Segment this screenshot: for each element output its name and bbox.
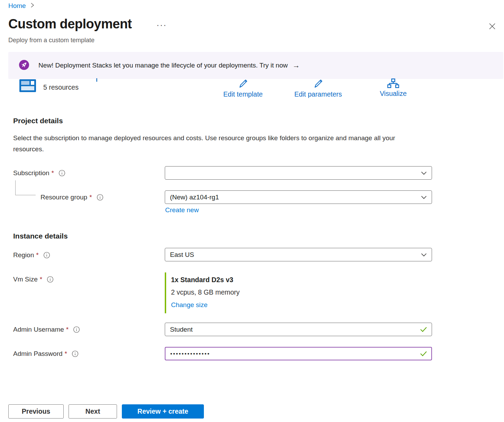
info-icon[interactable] <box>73 326 80 333</box>
close-icon[interactable] <box>487 21 498 32</box>
resource-group-label: Resource group * <box>40 194 104 201</box>
vm-size-spec: 2 vcpus, 8 GB memory <box>171 286 240 298</box>
region-label-text: Region <box>13 251 34 259</box>
edit-template-button[interactable]: Edit template <box>212 78 274 98</box>
resource-group-dropdown[interactable]: (New) az104-rg1 <box>165 190 432 204</box>
subscription-label: Subscription * <box>13 169 65 177</box>
valid-check-icon <box>420 326 427 334</box>
rocket-icon <box>19 60 29 71</box>
change-size-link[interactable]: Change size <box>171 301 208 308</box>
banner-text: New! Deployment Stacks let you manage th… <box>38 62 288 69</box>
chevron-down-icon <box>421 169 427 177</box>
subscription-label-text: Subscription <box>13 169 50 177</box>
breadcrumb: Home <box>8 2 34 10</box>
custom-deployment-blade: Home Custom deployment ··· Deploy from a… <box>0 0 504 422</box>
arrow-right-icon[interactable]: → <box>292 61 300 70</box>
admin-username-label: Admin Username * <box>13 326 80 333</box>
org-chart-icon <box>387 78 399 89</box>
more-options-icon[interactable]: ··· <box>156 20 167 30</box>
required-asterisk: * <box>65 350 67 358</box>
breadcrumb-home-link[interactable]: Home <box>8 2 26 10</box>
next-button[interactable]: Next <box>69 404 117 419</box>
required-asterisk: * <box>40 276 42 283</box>
vm-size-summary: 1x Standard D2s v3 2 vcpus, 8 GB memory … <box>165 272 240 313</box>
admin-username-field-wrap <box>165 323 432 336</box>
required-asterisk: * <box>36 251 38 259</box>
required-asterisk: * <box>66 326 69 333</box>
chevron-down-icon <box>421 194 427 201</box>
instance-details-heading: Instance details <box>13 232 68 240</box>
previous-button[interactable]: Previous <box>8 404 64 419</box>
valid-check-icon <box>420 351 427 358</box>
chevron-right-icon <box>30 2 34 10</box>
subscription-dropdown[interactable] <box>165 166 432 180</box>
pencil-icon <box>237 78 249 89</box>
vm-size-label: Vm Size * <box>13 276 54 283</box>
info-icon[interactable] <box>58 170 65 177</box>
project-details-heading: Project details <box>13 117 63 125</box>
chevron-down-icon <box>421 251 427 259</box>
info-icon[interactable] <box>97 194 104 201</box>
page-subtitle: Deploy from a custom template <box>8 37 94 44</box>
vm-size-label-text: Vm Size <box>13 276 38 283</box>
create-new-link[interactable]: Create new <box>165 206 199 214</box>
vm-size-name: 1x Standard D2s v3 <box>171 273 240 286</box>
region-label: Region * <box>13 251 50 259</box>
edit-template-label: Edit template <box>223 90 263 98</box>
project-details-description: Select the subscription to manage deploy… <box>13 133 413 155</box>
resource-group-label-text: Resource group <box>40 194 87 201</box>
admin-password-field-wrap <box>165 347 432 360</box>
resource-group-value: (New) az104-rg1 <box>170 194 421 201</box>
admin-password-input[interactable] <box>165 347 432 360</box>
clipped-content-artifact <box>96 78 97 82</box>
template-resources-icon <box>19 79 36 93</box>
edit-parameters-button[interactable]: Edit parameters <box>285 78 351 98</box>
admin-username-input[interactable] <box>165 323 432 336</box>
admin-username-label-text: Admin Username <box>13 326 64 333</box>
region-value: East US <box>170 251 421 259</box>
review-create-button[interactable]: Review + create <box>122 404 204 419</box>
field-connector-line <box>15 180 36 195</box>
required-asterisk: * <box>52 169 54 177</box>
page-title: Custom deployment <box>8 17 132 32</box>
required-asterisk: * <box>89 194 92 201</box>
info-icon[interactable] <box>43 252 50 259</box>
deployment-stacks-banner[interactable]: New! Deployment Stacks let you manage th… <box>8 52 503 79</box>
info-icon[interactable] <box>72 350 79 357</box>
admin-password-label-text: Admin Password <box>13 350 63 358</box>
visualize-button[interactable]: Visualize <box>374 78 413 98</box>
edit-parameters-label: Edit parameters <box>294 90 342 98</box>
info-icon[interactable] <box>47 276 54 283</box>
admin-password-label: Admin Password * <box>13 350 79 358</box>
pencil-icon <box>313 78 324 89</box>
resources-count-label: 5 resources <box>43 83 79 91</box>
visualize-label: Visualize <box>380 90 407 98</box>
region-dropdown[interactable]: East US <box>165 248 432 261</box>
